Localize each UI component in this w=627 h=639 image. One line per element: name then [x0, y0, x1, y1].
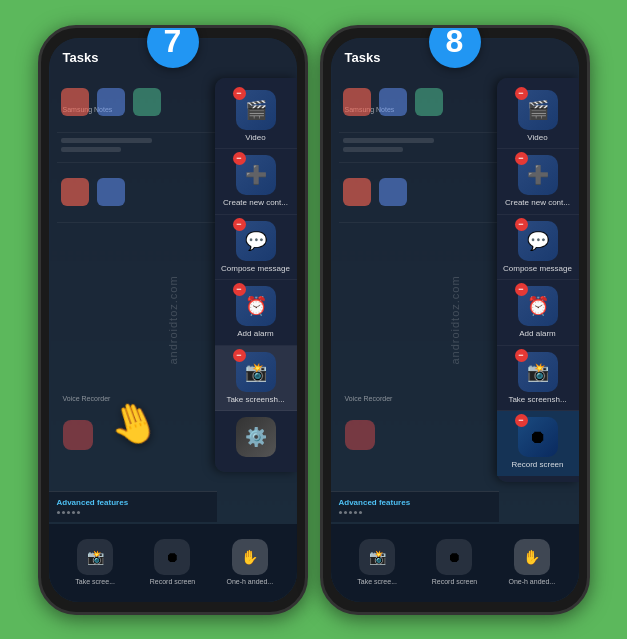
compose-icon-wrap-8: 💬 −: [518, 221, 558, 261]
bottom-onehanded-label-7: One-h anded...: [226, 578, 273, 586]
screenshot-label-8: Take screensh...: [508, 395, 566, 405]
minus-badge-alarm-8: −: [515, 283, 528, 296]
bottom-item-record-7[interactable]: ⏺ Record screen: [147, 539, 197, 586]
menu-item-screenshot-7[interactable]: 📸 − Take screensh...: [215, 346, 297, 412]
minus-badge-video-7: −: [233, 87, 246, 100]
alarm-icon-7: ⏰: [245, 295, 267, 317]
bottom-record-icon-8: ⏺: [436, 539, 472, 575]
screen-7: Tasks Samsung Notes: [49, 38, 297, 602]
compose-label-7: Compose message: [221, 264, 290, 274]
bottom-record-label-7: Record screen: [150, 578, 196, 586]
bg-rows-7: [57, 73, 217, 522]
bottom-item-screenshot-8[interactable]: 📸 Take scree...: [352, 539, 402, 586]
blur-icon-8-4: [343, 178, 371, 206]
bottom-item-onehanded-8[interactable]: ✋ One-h anded...: [507, 539, 557, 586]
minus-badge-alarm-7: −: [233, 283, 246, 296]
create-icon-wrap-7: ➕ −: [236, 155, 276, 195]
popup-menu-7: 🎬 − Video ➕ − Create new cont...: [215, 78, 297, 473]
alarm-label-8: Add alarm: [519, 329, 555, 339]
record-icon-wrap-8: ⏺ −: [518, 417, 558, 457]
alarm-icon-wrap-8: ⏰ −: [518, 286, 558, 326]
bottom-record-icon-7: ⏺: [154, 539, 190, 575]
video-icon-8: 🎬: [527, 99, 549, 121]
screenshot-icon-wrap-7: 📸 −: [236, 352, 276, 392]
bottom-item-record-8[interactable]: ⏺ Record screen: [429, 539, 479, 586]
create-icon-8: ➕: [527, 164, 549, 186]
bottom-record-label-8: Record screen: [432, 578, 478, 586]
small-blurred-7: [63, 420, 93, 450]
create-label-7: Create new cont...: [223, 198, 288, 208]
screen-8: Tasks Samsung Notes: [331, 38, 579, 602]
main-container: 7 Tasks Samsung Notes: [38, 25, 590, 615]
menu-item-video-7[interactable]: 🎬 − Video: [215, 84, 297, 150]
blur-icon-8-3: [415, 88, 443, 116]
screenshot-icon-7: 📸: [245, 361, 267, 383]
create-label-8: Create new cont...: [505, 198, 570, 208]
compose-icon-wrap-7: 💬 −: [236, 221, 276, 261]
menu-item-alarm-8[interactable]: ⏰ − Add alarm: [497, 280, 579, 346]
menu-item-screenshot-8[interactable]: 📸 − Take screensh...: [497, 346, 579, 412]
bottom-item-screenshot-7[interactable]: 📸 Take scree...: [70, 539, 120, 586]
popup-menu-8: 🎬 − Video ➕ − Create new cont...: [497, 78, 579, 483]
video-icon-7: 🎬: [245, 99, 267, 121]
bottom-item-onehanded-7[interactable]: ✋ One-h anded...: [225, 539, 275, 586]
bottom-bar-8: 📸 Take scree... ⏺ Record screen ✋ One-h …: [331, 524, 579, 602]
menu-item-alarm-7[interactable]: ⏰ − Add alarm: [215, 280, 297, 346]
create-icon-7: ➕: [245, 164, 267, 186]
menu-item-record-8[interactable]: ⏺ − Record screen: [497, 411, 579, 476]
alarm-label-7: Add alarm: [237, 329, 273, 339]
advanced-dots-7: [57, 511, 209, 514]
minus-badge-create-7: −: [233, 152, 246, 165]
bg-row-8-3: [339, 163, 499, 223]
video-icon-wrap-8: 🎬 −: [518, 90, 558, 130]
compose-icon-8: 💬: [527, 230, 549, 252]
compose-label-8: Compose message: [503, 264, 572, 274]
phone-7: 7 Tasks Samsung Notes: [38, 25, 308, 615]
small-blurred-8: [345, 420, 375, 450]
create-icon-wrap-8: ➕ −: [518, 155, 558, 195]
video-icon-wrap-7: 🎬 −: [236, 90, 276, 130]
menu-item-create-8[interactable]: ➕ − Create new cont...: [497, 149, 579, 215]
bottom-onehanded-icon-8: ✋: [514, 539, 550, 575]
screenshot-icon-8: 📸: [527, 361, 549, 383]
blur-icon-2: [97, 88, 125, 116]
menu-item-settings-7[interactable]: ⚙️: [215, 411, 297, 466]
record-icon-8: ⏺: [529, 427, 547, 448]
tasks-header-7: Tasks: [63, 50, 99, 65]
bottom-bar-7: 📸 Take scree... ⏺ Record screen ✋ One-h …: [49, 524, 297, 602]
advanced-label-8: Advanced features: [339, 498, 491, 507]
compose-icon-7: 💬: [245, 230, 267, 252]
blur-icon-3: [133, 88, 161, 116]
menu-item-create-7[interactable]: ➕ − Create new cont...: [215, 149, 297, 215]
bottom-screenshot-label-7: Take scree...: [75, 578, 115, 586]
bg-row-8-1: [339, 73, 499, 133]
menu-item-video-8[interactable]: 🎬 − Video: [497, 84, 579, 150]
bottom-onehanded-icon-7: ✋: [232, 539, 268, 575]
blur-icon-8-2: [379, 88, 407, 116]
minus-badge-compose-8: −: [515, 218, 528, 231]
voice-recorder-7: Voice Recorder: [63, 395, 111, 402]
bottom-screenshot-icon-7: 📸: [77, 539, 113, 575]
advanced-bar-7: Advanced features: [49, 491, 217, 522]
video-label-8: Video: [527, 133, 547, 143]
minus-badge-screenshot-8: −: [515, 349, 528, 362]
screenshot-label-7: Take screensh...: [226, 395, 284, 405]
menu-item-compose-7[interactable]: 💬 − Compose message: [215, 215, 297, 281]
phone-8: 8 Tasks Samsung Notes: [320, 25, 590, 615]
minus-badge-screenshot-7: −: [233, 349, 246, 362]
screenshot-icon-wrap-8: 📸 −: [518, 352, 558, 392]
menu-item-compose-8[interactable]: 💬 − Compose message: [497, 215, 579, 281]
advanced-dots-8: [339, 511, 491, 514]
blur-icon-8-1: [343, 88, 371, 116]
bg-rows-8: [339, 73, 499, 522]
blur-icon-8-5: [379, 178, 407, 206]
blur-icon-1: [61, 88, 89, 116]
advanced-label-7: Advanced features: [57, 498, 209, 507]
alarm-icon-8: ⏰: [527, 295, 549, 317]
bottom-onehanded-label-8: One-h anded...: [508, 578, 555, 586]
bg-row-2: [57, 133, 217, 163]
settings-icon-7: ⚙️: [245, 426, 267, 448]
minus-badge-video-8: −: [515, 87, 528, 100]
blur-icon-4: [61, 178, 89, 206]
tasks-header-8: Tasks: [345, 50, 381, 65]
